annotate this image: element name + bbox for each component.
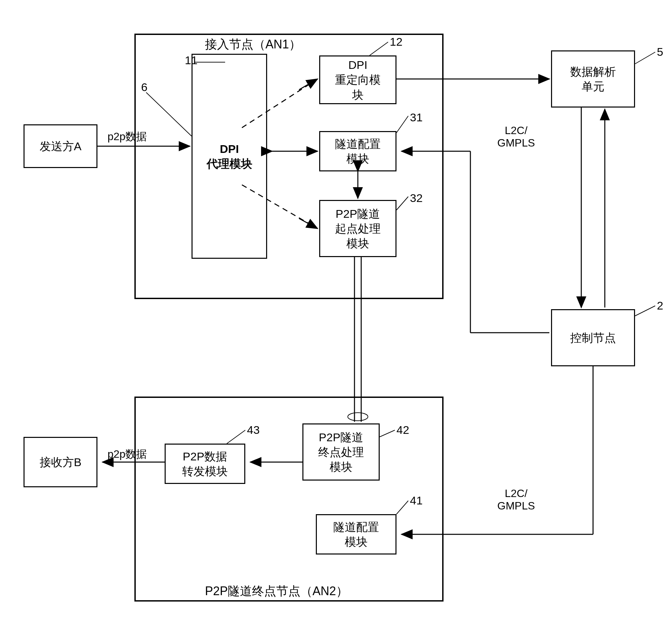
receiver-label: 接收方B bbox=[40, 455, 82, 469]
data-parse-box: 数据解析 单元 bbox=[551, 50, 635, 108]
container-an1 bbox=[134, 34, 444, 299]
p2p-data-bottom-label: p2p数据 bbox=[108, 447, 147, 462]
ref-2: 2 bbox=[657, 299, 663, 312]
p2p-tunnel-end-label: P2P隧道 终点处理 模块 bbox=[318, 430, 364, 475]
ref-32: 32 bbox=[410, 192, 423, 205]
sender-label: 发送方A bbox=[40, 139, 82, 154]
dpi-redirect-label: DPI 重定向模 块 bbox=[335, 57, 381, 102]
an2-title: P2P隧道终点节点（AN2） bbox=[205, 583, 348, 600]
dpi-proxy-box: DPI 代理模块 bbox=[193, 131, 265, 181]
p2p-data-forward-box: P2P数据 转发模块 bbox=[165, 444, 245, 484]
p2p-tunnel-end-box: P2P隧道 终点处理 模块 bbox=[302, 423, 380, 481]
svg-line-26 bbox=[635, 306, 655, 316]
sender-box: 发送方A bbox=[24, 124, 97, 168]
dpi-redirect-box: DPI 重定向模 块 bbox=[319, 55, 396, 104]
ref-12: 12 bbox=[390, 35, 403, 48]
data-parse-label: 数据解析 单元 bbox=[570, 64, 616, 94]
p2p-tunnel-start-box: P2P隧道 起点处理 模块 bbox=[319, 200, 396, 257]
ref-43: 43 bbox=[247, 423, 260, 437]
p2p-data-top-label: p2p数据 bbox=[108, 129, 147, 144]
receiver-box: 接收方B bbox=[24, 437, 97, 487]
p2p-tunnel-start-label: P2P隧道 起点处理 模块 bbox=[335, 206, 381, 251]
tunnel-config-2-label: 隧道配置 模块 bbox=[333, 520, 379, 549]
dpi-proxy-label: DPI 代理模块 bbox=[207, 141, 252, 171]
ref-31: 31 bbox=[410, 111, 423, 124]
ref-42: 42 bbox=[396, 423, 409, 437]
an1-title: 接入节点（AN1） bbox=[205, 36, 301, 53]
control-node-box: 控制节点 bbox=[551, 309, 635, 366]
p2p-data-forward-label: P2P数据 转发模块 bbox=[182, 449, 228, 479]
control-node-label: 控制节点 bbox=[570, 330, 616, 345]
tunnel-config-1-label: 隧道配置 模块 bbox=[335, 136, 381, 166]
ref-6: 6 bbox=[141, 81, 148, 94]
ref-5: 5 bbox=[657, 45, 663, 58]
svg-line-25 bbox=[635, 52, 655, 64]
tunnel-config-2-box: 隧道配置 模块 bbox=[316, 514, 396, 554]
l2c-gmpls-top-label: L2C/ GMPLS bbox=[497, 124, 535, 149]
ref-11: 11 bbox=[185, 54, 198, 67]
l2c-gmpls-bottom-label: L2C/ GMPLS bbox=[497, 487, 535, 512]
ref-41: 41 bbox=[410, 494, 423, 507]
tunnel-config-1-box: 隧道配置 模块 bbox=[319, 131, 396, 171]
